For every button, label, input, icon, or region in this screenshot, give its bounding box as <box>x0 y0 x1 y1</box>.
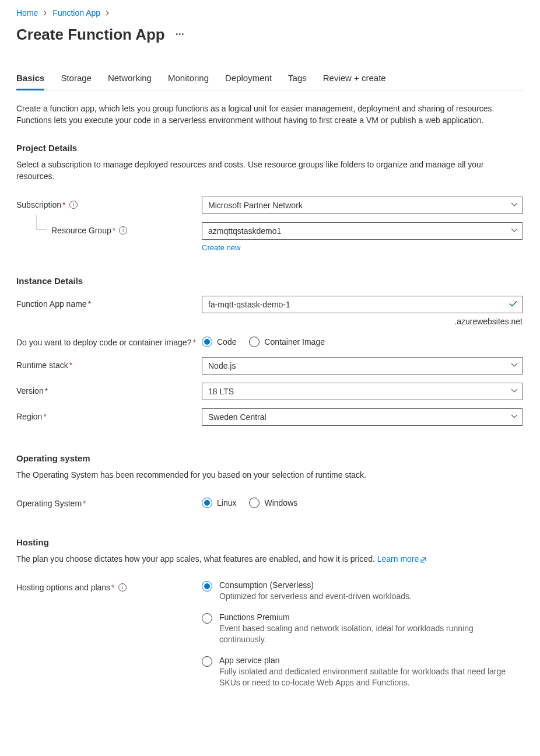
info-icon[interactable]: i <box>118 583 127 592</box>
runtime-stack-input[interactable] <box>202 357 523 374</box>
label-function-app-name: Function App name <box>16 299 87 309</box>
radio-icon <box>202 613 212 624</box>
more-icon[interactable]: ··· <box>176 29 184 41</box>
tab-basics[interactable]: Basics <box>16 73 44 90</box>
label-region: Region <box>16 412 42 421</box>
label-subscription: Subscription <box>16 200 61 209</box>
chevron-right-icon <box>105 10 110 16</box>
section-title-project: Project Details <box>16 143 524 153</box>
function-app-name-input[interactable] <box>202 296 523 313</box>
runtime-stack-select[interactable] <box>202 357 523 374</box>
tab-storage[interactable]: Storage <box>61 73 92 90</box>
section-desc-os: The Operating System has been recommende… <box>16 469 524 481</box>
tab-tags[interactable]: Tags <box>288 73 307 90</box>
region-select[interactable] <box>202 408 523 426</box>
label-operating-system: Operating System <box>16 499 82 508</box>
tab-deployment[interactable]: Deployment <box>225 73 272 90</box>
tab-monitoring[interactable]: Monitoring <box>168 73 209 90</box>
plan-title: Functions Premium <box>219 612 523 622</box>
info-icon[interactable]: i <box>119 226 127 235</box>
section-desc-hosting: The plan you choose dictates how your ap… <box>16 553 524 565</box>
radio-icon <box>202 337 212 347</box>
function-app-name-input-wrap <box>202 296 523 313</box>
breadcrumb: Home Function App <box>16 8 524 18</box>
section-desc-project: Select a subscription to manage deployed… <box>16 159 524 183</box>
page-title: Create Function App ··· <box>16 26 524 44</box>
version-select[interactable] <box>202 383 523 400</box>
breadcrumb-function-app[interactable]: Function App <box>52 8 100 18</box>
section-title-os: Operating system <box>16 453 524 463</box>
section-title-hosting: Hosting <box>16 537 524 547</box>
radio-windows-label: Windows <box>264 498 297 508</box>
subscription-input[interactable] <box>202 197 523 214</box>
radio-icon <box>202 656 212 667</box>
region-input[interactable] <box>202 408 523 426</box>
tab-review-create[interactable]: Review + create <box>323 73 386 90</box>
label-hosting-plan: Hosting options and plans <box>16 583 110 592</box>
section-title-instance: Instance Details <box>16 276 524 286</box>
tabs: Basics Storage Networking Monitoring Dep… <box>16 73 524 91</box>
radio-icon <box>202 581 212 592</box>
plan-desc: Event based scaling and network isolatio… <box>219 623 523 645</box>
radio-plan-app-service[interactable]: App service plan Fully isolated and dedi… <box>202 656 523 688</box>
radio-code-label: Code <box>217 337 236 346</box>
label-resource-group: Resource Group <box>51 226 111 235</box>
resource-group-select[interactable] <box>202 222 523 240</box>
plan-desc: Fully isolated and dedicated environment… <box>219 666 523 688</box>
tab-networking[interactable]: Networking <box>108 73 152 90</box>
chevron-right-icon <box>43 10 48 16</box>
radio-plan-consumption[interactable]: Consumption (Serverless) Optimized for s… <box>202 580 523 602</box>
plan-desc: Optimized for serverless and event-drive… <box>219 591 412 602</box>
label-deploy-type: Do you want to deploy code or container … <box>16 338 191 347</box>
create-new-link[interactable]: Create new <box>202 243 240 252</box>
plan-title: App service plan <box>219 656 523 665</box>
breadcrumb-home[interactable]: Home <box>16 8 38 18</box>
radio-plan-premium[interactable]: Functions Premium Event based scaling an… <box>202 612 523 645</box>
radio-container-label: Container Image <box>264 337 325 346</box>
radio-code[interactable]: Code <box>202 337 236 347</box>
label-runtime-stack: Runtime stack <box>16 360 68 370</box>
subscription-select[interactable] <box>202 197 523 214</box>
learn-more-link[interactable]: Learn more <box>377 554 427 564</box>
radio-container[interactable]: Container Image <box>249 337 325 347</box>
radio-icon <box>249 498 260 508</box>
info-icon[interactable]: i <box>69 201 78 209</box>
domain-suffix: .azurewebsites.net <box>202 317 523 326</box>
intro-text: Create a function app, which lets you gr… <box>16 103 524 127</box>
label-version: Version <box>16 386 44 396</box>
resource-group-input[interactable] <box>202 222 523 240</box>
version-input[interactable] <box>202 383 523 400</box>
plan-title: Consumption (Serverless) <box>219 580 412 590</box>
radio-windows[interactable]: Windows <box>249 498 297 508</box>
radio-icon <box>202 498 212 508</box>
radio-icon <box>249 337 260 347</box>
external-link-icon <box>420 556 427 564</box>
radio-linux[interactable]: Linux <box>202 498 236 508</box>
radio-linux-label: Linux <box>217 498 236 508</box>
